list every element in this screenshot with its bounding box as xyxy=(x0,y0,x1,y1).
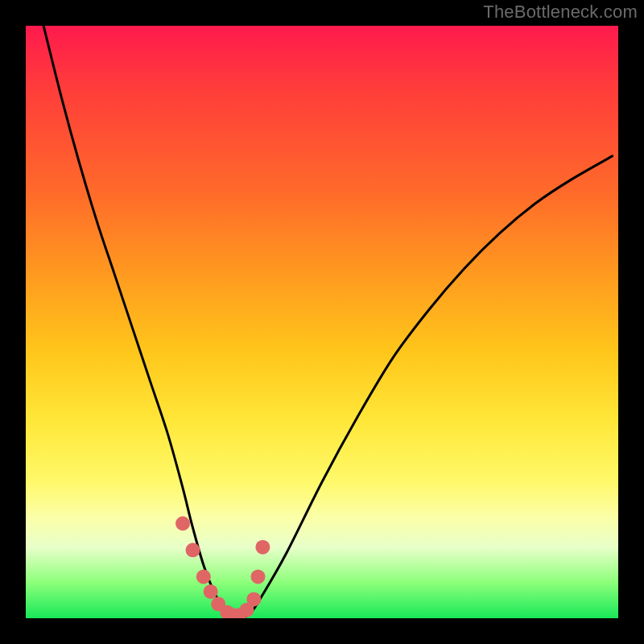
highlight-dot xyxy=(196,569,211,584)
highlight-dot xyxy=(255,540,270,555)
highlight-dot xyxy=(251,569,266,584)
highlight-dot xyxy=(204,584,218,599)
chart-overlay xyxy=(26,26,618,618)
highlight-dot xyxy=(246,592,261,606)
chart-frame: TheBottleneck.com xyxy=(0,0,644,644)
plot-area xyxy=(26,26,618,618)
highlight-dot xyxy=(175,516,190,530)
highlight-dots xyxy=(175,516,270,618)
watermark: TheBottleneck.com xyxy=(483,2,638,23)
highlight-dot xyxy=(186,543,200,557)
bottleneck-curve xyxy=(43,26,613,618)
bottleneck-curve-path xyxy=(43,26,613,618)
